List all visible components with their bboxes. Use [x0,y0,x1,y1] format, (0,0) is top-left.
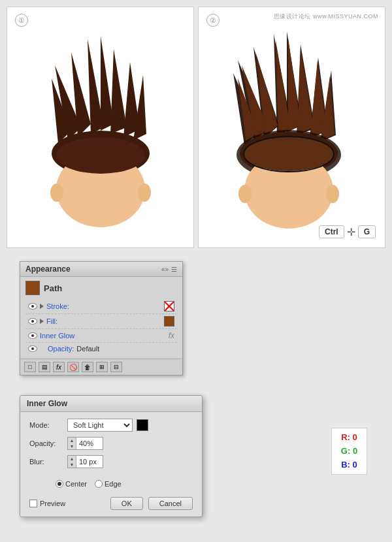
blur-label: Blur: [29,458,63,466]
character-illustration-2 [223,26,361,229]
cancel-button[interactable]: Cancel [148,497,193,510]
opacity-spinner: ▲ ▼ 40% [67,437,103,450]
center-radio-dot[interactable] [56,480,63,488]
blur-spinner-arrows: ▲ ▼ [68,456,76,468]
edge-radio-dot[interactable] [95,480,103,488]
fill-expand[interactable] [40,319,44,324]
menu-icon[interactable]: ☰ [171,266,177,273]
toolbar-fx-btn[interactable]: fx [53,362,65,372]
svg-point-11 [50,183,63,202]
fill-label: Fill: [46,317,161,325]
svg-point-32 [244,137,333,171]
character-illustration-1 [39,26,163,229]
fill-visibility[interactable] [28,318,37,325]
inner-glow-content: Mode: Soft Light Normal Multiply Screen … [20,412,202,480]
fill-row: Fill: [25,314,177,329]
g-value: G: 0 [336,445,363,458]
ctrl-key: Ctrl [319,225,344,238]
edge-radio[interactable]: Edge [95,480,122,488]
opacity-label: Opacity: [48,345,74,353]
path-header: Path [25,281,177,295]
opacity-value: Default [76,345,99,353]
svg-marker-26 [297,50,314,134]
appearance-toolbar: □ ▤ fx 🚫 🗑 ⊞ ⊟ [20,359,182,375]
svg-point-35 [326,185,339,203]
svg-point-10 [56,137,145,174]
toolbar-copy2-btn[interactable]: ⊞ [96,362,108,372]
opacity-row-dialog: Opacity: ▲ ▼ 40% [29,437,193,450]
appearance-panel: Appearance «» ☰ Path Stroke: Fill: In [20,261,183,375]
panel-number-2: ② [206,14,220,27]
svg-point-12 [138,183,151,202]
plus-icon: ✛ [347,226,355,238]
center-radio[interactable]: Center [56,480,87,488]
inner-glow-title: Inner Glow [20,396,202,412]
opacity-down-arrow[interactable]: ▼ [68,443,76,449]
mode-select[interactable]: Soft Light Normal Multiply Screen [67,419,133,432]
radio-group: Center Edge [56,480,202,488]
toolbar-copy-btn[interactable]: 🚫 [67,362,79,372]
path-color-swatch[interactable] [25,281,40,295]
panel-number-1: ① [15,14,28,27]
stroke-row: Stroke: [25,299,177,314]
fx-icon: fx [169,331,174,340]
image-panel-1: ① [7,7,194,248]
svg-marker-5 [110,49,127,134]
preview-label: Preview [40,500,65,507]
collapse-icon[interactable]: «» [161,266,169,273]
glow-color-swatch[interactable] [137,419,148,431]
fill-swatch[interactable] [164,316,174,327]
appearance-content: Path Stroke: Fill: Inner Glow fx Opacity… [20,277,182,359]
blur-value[interactable]: 10 px [76,456,103,467]
inner-glow-visibility[interactable] [28,332,37,339]
appearance-titlebar[interactable]: Appearance «» ☰ [20,262,182,277]
inner-glow-dialog: Inner Glow Mode: Soft Light Normal Multi… [20,395,203,517]
stroke-expand[interactable] [40,304,44,309]
watermark-text: 思缘设计论坛 www.MISSYUAN.COM [274,12,378,21]
dialog-footer: Preview OK Cancel [20,493,202,517]
ok-button[interactable]: OK [110,497,143,510]
center-label: Center [65,480,87,488]
blur-spinner: ▲ ▼ 10 px [67,455,103,468]
inner-glow-row: Inner Glow fx [25,329,177,343]
preview-checkbox[interactable]: Preview [29,500,65,507]
g-key: G [358,225,376,238]
stroke-visibility[interactable] [28,303,37,310]
toolbar-delete2-btn[interactable]: ⊟ [110,362,122,372]
opacity-up-arrow[interactable]: ▲ [68,438,76,443]
image-panel-2: ② 思缘设计论坛 www.MISSYUAN.COM [198,7,385,248]
toolbar-layer-btn[interactable]: ▤ [39,362,50,372]
blur-down-arrow[interactable]: ▼ [68,462,76,468]
blur-up-arrow[interactable]: ▲ [68,456,76,462]
blur-row: Blur: ▲ ▼ 10 px [29,455,193,468]
svg-point-34 [238,185,252,203]
opacity-visibility[interactable] [28,345,37,352]
edge-label: Edge [105,480,122,488]
toolbar-delete-btn[interactable]: 🗑 [82,362,93,372]
r-value: R: 0 [336,431,363,445]
preview-checkbox-box[interactable] [29,500,37,507]
inner-glow-label[interactable]: Inner Glow [40,332,166,340]
opacity-spinner-arrows: ▲ ▼ [68,438,76,449]
rgb-display: R: 0 G: 0 B: 0 [331,428,367,475]
shortcut-bar: Ctrl ✛ G [319,225,376,238]
mode-row: Mode: Soft Light Normal Multiply Screen [29,419,193,432]
opacity-value-dialog[interactable]: 40% [76,438,103,449]
stroke-swatch[interactable] [164,301,174,311]
b-value: B: 0 [336,458,363,472]
mode-label: Mode: [29,421,63,429]
path-label: Path [44,283,62,293]
appearance-title: Appearance [25,264,71,274]
opacity-row: Opacity: Default [25,343,177,355]
panel-controls: «» ☰ [161,266,177,273]
top-section: ① [0,0,392,255]
toolbar-add-btn[interactable]: □ [24,362,36,372]
stroke-label: Stroke: [46,302,161,310]
opacity-label-dialog: Opacity: [29,439,63,447]
